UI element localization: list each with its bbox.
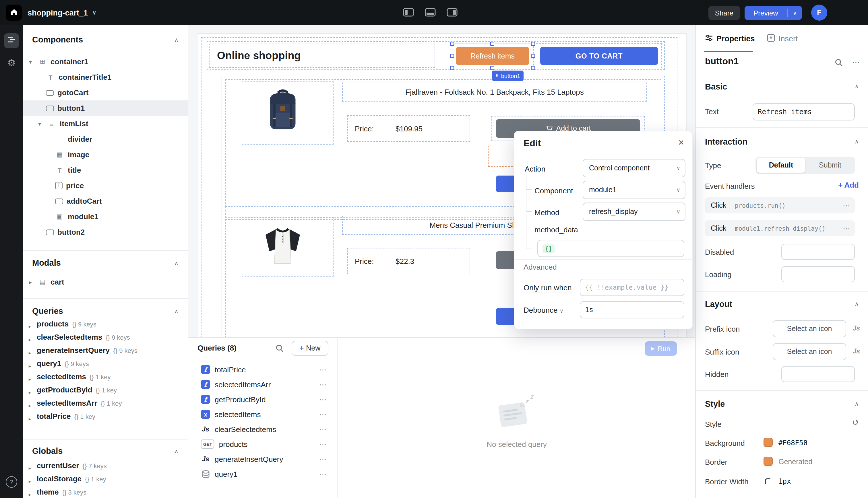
price-label[interactable]: Price: (355, 115, 374, 142)
chevron-up-icon[interactable]: ∧ (174, 260, 179, 266)
global-item-localStorage[interactable]: ▸ localStorage {} 1 key (23, 474, 188, 488)
price-value[interactable]: $109.95 (396, 115, 423, 142)
action-select[interactable]: Control component ∨ (583, 159, 685, 177)
tree-item-addtoCart[interactable]: addtoCart (23, 193, 188, 209)
background-color-value[interactable]: #E68E50 (778, 439, 807, 447)
selected-widget-tag[interactable]: ⠿ button1 (492, 70, 523, 81)
tree-item-module1[interactable]: ▣ module1 (23, 209, 188, 224)
preview-button[interactable]: Preview ∨ (744, 6, 802, 20)
query-item-getProductById[interactable]: ▸ getProductById {} 1 key (23, 385, 188, 399)
caret-right-icon[interactable]: ▸ (26, 376, 33, 382)
chevron-up-icon[interactable]: ∧ (174, 308, 179, 314)
add-event-handler-button[interactable]: + Add (838, 181, 859, 189)
query-item-totalPrice[interactable]: ▸ totalPrice {} 1 key (23, 412, 188, 425)
caret-right-icon[interactable]: ▸ (26, 416, 33, 421)
query-item-products[interactable]: ▸ products {} 9 keys (23, 319, 188, 333)
kebab-menu-icon[interactable]: ⋯ (319, 425, 327, 433)
disabled-property-input[interactable] (781, 244, 855, 260)
caret-right-icon[interactable]: ▸ (26, 337, 33, 342)
chevron-up-icon[interactable]: ∧ (855, 83, 859, 90)
settings-icon[interactable]: ⚙ (0, 57, 23, 68)
kebab-menu-icon[interactable]: ⋯ (319, 365, 327, 374)
tree-item-gotoCart[interactable]: gotoCart (23, 85, 188, 101)
kebab-menu-icon[interactable]: ⋯ (852, 57, 860, 67)
home-button[interactable] (6, 4, 22, 21)
query-item-clearSelectedtems[interactable]: ▸ clearSelectedtems {} 9 keys (23, 333, 188, 346)
chevron-down-icon[interactable]: ∨ (560, 308, 563, 314)
query-item-generateInsertQuery[interactable]: ▸ generateInsertQuery {} 9 keys (23, 346, 188, 359)
only-run-when-input[interactable] (580, 279, 684, 296)
tab-properties[interactable]: Properties (705, 25, 755, 52)
query-item-query1[interactable]: ▸ query1 {} 9 keys (23, 359, 188, 372)
search-icon[interactable] (275, 344, 284, 355)
query-row-generateInsertQuery[interactable]: Js generateInsertQuery ⋯ (188, 451, 337, 467)
avatar[interactable]: F (811, 4, 827, 21)
app-name-menu[interactable]: shopping-cart_1 ∨ (28, 0, 96, 25)
kebab-menu-icon[interactable]: ⋯ (319, 440, 327, 448)
event-handler-row[interactable]: Click products.run() ⋯ (705, 197, 855, 213)
modals-section-header[interactable]: Modals ∧ (23, 256, 188, 270)
border-color-value[interactable]: Generated (778, 458, 812, 466)
caret-right-icon[interactable]: ▸ (26, 350, 33, 355)
query-row-selectedItems[interactable]: x selectedItems ⋯ (188, 407, 337, 422)
globals-section-header[interactable]: Globals ∧ (23, 444, 188, 458)
kebab-menu-icon[interactable]: ⋯ (843, 224, 850, 233)
border-color-swatch[interactable] (764, 457, 773, 466)
kebab-menu-icon[interactable]: ⋯ (319, 395, 327, 404)
kebab-menu-icon[interactable]: ⋯ (319, 455, 327, 463)
component-select[interactable]: module1 ∨ (583, 181, 685, 199)
tree-item-containerTitle1[interactable]: T containerTitle1 (23, 69, 188, 85)
new-query-button[interactable]: + New (292, 341, 328, 356)
chevron-up-icon[interactable]: ∧ (855, 401, 859, 407)
drag-handle-icon[interactable]: ⠿ (495, 73, 499, 78)
global-item-theme[interactable]: ▸ theme {} 3 keys (23, 488, 188, 498)
query-row-selectedItemsArr[interactable]: f selectedItemsArr ⋯ (188, 377, 337, 392)
background-color-swatch[interactable] (764, 438, 773, 447)
tree-item-price[interactable]: T price (23, 178, 188, 193)
chevron-up-icon[interactable]: ∧ (855, 301, 859, 307)
fx-toggle[interactable]: Js (853, 348, 860, 355)
query-row-totalPrice[interactable]: f totalPrice ⋯ (188, 362, 337, 377)
canvas-title-text[interactable]: Online shopping (217, 43, 301, 68)
close-icon[interactable]: ✕ (678, 138, 684, 147)
tree-item-container1[interactable]: ▾ ⊞ container1 (23, 54, 188, 69)
tree-item-button1[interactable]: button1 (23, 101, 188, 116)
caret-right-icon[interactable]: ▸ (26, 279, 35, 285)
toggle-bottom-panel-icon[interactable] (425, 8, 436, 19)
tab-insert[interactable]: Insert (767, 25, 798, 52)
type-submit-option[interactable]: Submit (805, 157, 855, 174)
reset-style-icon[interactable]: ↺ (852, 418, 859, 427)
hidden-property-input[interactable] (781, 366, 855, 382)
fx-toggle[interactable]: Js (853, 325, 860, 332)
price-label[interactable]: Price: (355, 248, 374, 274)
kebab-menu-icon[interactable]: ⋯ (843, 201, 850, 210)
debounce-input[interactable] (580, 301, 684, 318)
kebab-menu-icon[interactable]: ⋯ (319, 380, 327, 389)
queries-section-header[interactable]: Queries ∧ (23, 304, 188, 318)
caret-right-icon[interactable]: ▸ (26, 363, 33, 369)
caret-right-icon[interactable]: ▸ (26, 478, 33, 484)
prefix-icon-select-button[interactable]: Select an icon (773, 320, 846, 337)
search-icon[interactable] (835, 58, 843, 69)
event-handler-row[interactable]: Click module1.refresh_display() ⋯ (705, 220, 855, 236)
global-item-currentUser[interactable]: ▸ currentUser {} 7 keys (23, 461, 188, 474)
method-data-input[interactable]: {} (537, 240, 684, 257)
toggle-right-panel-icon[interactable] (446, 8, 457, 19)
chevron-down-icon[interactable]: ∨ (788, 10, 802, 16)
tree-item-title[interactable]: T title (23, 162, 188, 178)
text-property-input[interactable] (753, 103, 855, 120)
caret-right-icon[interactable]: ▸ (26, 323, 33, 329)
selection-box[interactable] (452, 43, 533, 68)
component-tree-nav-button[interactable] (4, 33, 19, 48)
query-item-selectedItems[interactable]: ▸ selectedItems {} 1 key (23, 372, 188, 385)
modal-item-cart[interactable]: ▸ ▤ cart (23, 274, 188, 290)
tree-item-divider[interactable]: — divider (23, 131, 188, 147)
caret-down-icon[interactable]: ▾ (26, 59, 35, 65)
chevron-up-icon[interactable]: ∧ (855, 138, 859, 145)
type-default-option[interactable]: Default (756, 158, 805, 173)
border-width-value[interactable]: 1px (778, 477, 791, 485)
query-row-clearSelectedtems[interactable]: Js clearSelectedtems ⋯ (188, 422, 337, 437)
caret-right-icon[interactable]: ▸ (26, 465, 33, 471)
tree-item-button2[interactable]: button2 (23, 224, 188, 240)
share-button[interactable]: Share (709, 6, 740, 20)
